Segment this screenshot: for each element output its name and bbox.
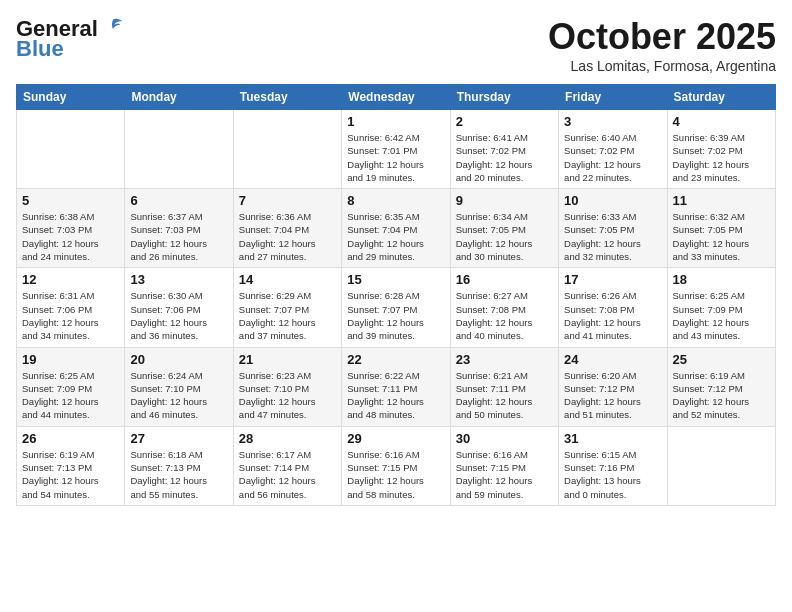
calendar-cell: 6Sunrise: 6:37 AM Sunset: 7:03 PM Daylig…: [125, 189, 233, 268]
calendar-cell: 30Sunrise: 6:16 AM Sunset: 7:15 PM Dayli…: [450, 426, 558, 505]
calendar-cell: 4Sunrise: 6:39 AM Sunset: 7:02 PM Daylig…: [667, 110, 775, 189]
calendar-table: SundayMondayTuesdayWednesdayThursdayFrid…: [16, 84, 776, 506]
calendar-cell: 29Sunrise: 6:16 AM Sunset: 7:15 PM Dayli…: [342, 426, 450, 505]
day-info: Sunrise: 6:39 AM Sunset: 7:02 PM Dayligh…: [673, 131, 770, 184]
day-info: Sunrise: 6:21 AM Sunset: 7:11 PM Dayligh…: [456, 369, 553, 422]
day-number: 23: [456, 352, 553, 367]
day-number: 5: [22, 193, 119, 208]
day-number: 1: [347, 114, 444, 129]
weekday-header-saturday: Saturday: [667, 85, 775, 110]
calendar-cell: 25Sunrise: 6:19 AM Sunset: 7:12 PM Dayli…: [667, 347, 775, 426]
weekday-header-thursday: Thursday: [450, 85, 558, 110]
day-number: 18: [673, 272, 770, 287]
calendar-cell: [667, 426, 775, 505]
day-number: 11: [673, 193, 770, 208]
day-info: Sunrise: 6:25 AM Sunset: 7:09 PM Dayligh…: [673, 289, 770, 342]
day-info: Sunrise: 6:42 AM Sunset: 7:01 PM Dayligh…: [347, 131, 444, 184]
calendar-cell: 23Sunrise: 6:21 AM Sunset: 7:11 PM Dayli…: [450, 347, 558, 426]
day-info: Sunrise: 6:41 AM Sunset: 7:02 PM Dayligh…: [456, 131, 553, 184]
page-header: General Blue October 2025 Las Lomitas, F…: [16, 16, 776, 74]
calendar-week-5: 26Sunrise: 6:19 AM Sunset: 7:13 PM Dayli…: [17, 426, 776, 505]
weekday-header-sunday: Sunday: [17, 85, 125, 110]
calendar-cell: 24Sunrise: 6:20 AM Sunset: 7:12 PM Dayli…: [559, 347, 667, 426]
day-info: Sunrise: 6:37 AM Sunset: 7:03 PM Dayligh…: [130, 210, 227, 263]
calendar-week-2: 5Sunrise: 6:38 AM Sunset: 7:03 PM Daylig…: [17, 189, 776, 268]
day-info: Sunrise: 6:17 AM Sunset: 7:14 PM Dayligh…: [239, 448, 336, 501]
calendar-cell: 3Sunrise: 6:40 AM Sunset: 7:02 PM Daylig…: [559, 110, 667, 189]
day-number: 15: [347, 272, 444, 287]
weekday-header-tuesday: Tuesday: [233, 85, 341, 110]
calendar-cell: 8Sunrise: 6:35 AM Sunset: 7:04 PM Daylig…: [342, 189, 450, 268]
logo-bird-icon: [102, 16, 124, 38]
logo: General Blue: [16, 16, 124, 60]
day-number: 27: [130, 431, 227, 446]
day-info: Sunrise: 6:30 AM Sunset: 7:06 PM Dayligh…: [130, 289, 227, 342]
day-number: 31: [564, 431, 661, 446]
calendar-cell: 28Sunrise: 6:17 AM Sunset: 7:14 PM Dayli…: [233, 426, 341, 505]
day-info: Sunrise: 6:35 AM Sunset: 7:04 PM Dayligh…: [347, 210, 444, 263]
day-number: 13: [130, 272, 227, 287]
calendar-cell: [233, 110, 341, 189]
calendar-cell: 20Sunrise: 6:24 AM Sunset: 7:10 PM Dayli…: [125, 347, 233, 426]
calendar-week-3: 12Sunrise: 6:31 AM Sunset: 7:06 PM Dayli…: [17, 268, 776, 347]
weekday-header-friday: Friday: [559, 85, 667, 110]
calendar-cell: 12Sunrise: 6:31 AM Sunset: 7:06 PM Dayli…: [17, 268, 125, 347]
calendar-cell: 5Sunrise: 6:38 AM Sunset: 7:03 PM Daylig…: [17, 189, 125, 268]
weekday-header-wednesday: Wednesday: [342, 85, 450, 110]
calendar-cell: 11Sunrise: 6:32 AM Sunset: 7:05 PM Dayli…: [667, 189, 775, 268]
day-info: Sunrise: 6:40 AM Sunset: 7:02 PM Dayligh…: [564, 131, 661, 184]
day-number: 24: [564, 352, 661, 367]
day-number: 17: [564, 272, 661, 287]
calendar-cell: 14Sunrise: 6:29 AM Sunset: 7:07 PM Dayli…: [233, 268, 341, 347]
day-info: Sunrise: 6:18 AM Sunset: 7:13 PM Dayligh…: [130, 448, 227, 501]
day-number: 10: [564, 193, 661, 208]
day-info: Sunrise: 6:16 AM Sunset: 7:15 PM Dayligh…: [347, 448, 444, 501]
calendar-cell: [17, 110, 125, 189]
day-info: Sunrise: 6:32 AM Sunset: 7:05 PM Dayligh…: [673, 210, 770, 263]
day-info: Sunrise: 6:28 AM Sunset: 7:07 PM Dayligh…: [347, 289, 444, 342]
day-number: 19: [22, 352, 119, 367]
day-number: 3: [564, 114, 661, 129]
calendar-cell: 31Sunrise: 6:15 AM Sunset: 7:16 PM Dayli…: [559, 426, 667, 505]
calendar-cell: 7Sunrise: 6:36 AM Sunset: 7:04 PM Daylig…: [233, 189, 341, 268]
calendar-cell: 2Sunrise: 6:41 AM Sunset: 7:02 PM Daylig…: [450, 110, 558, 189]
day-number: 12: [22, 272, 119, 287]
calendar-cell: 1Sunrise: 6:42 AM Sunset: 7:01 PM Daylig…: [342, 110, 450, 189]
location: Las Lomitas, Formosa, Argentina: [548, 58, 776, 74]
calendar-cell: 15Sunrise: 6:28 AM Sunset: 7:07 PM Dayli…: [342, 268, 450, 347]
day-info: Sunrise: 6:26 AM Sunset: 7:08 PM Dayligh…: [564, 289, 661, 342]
day-info: Sunrise: 6:27 AM Sunset: 7:08 PM Dayligh…: [456, 289, 553, 342]
day-number: 9: [456, 193, 553, 208]
day-info: Sunrise: 6:20 AM Sunset: 7:12 PM Dayligh…: [564, 369, 661, 422]
day-number: 2: [456, 114, 553, 129]
day-info: Sunrise: 6:36 AM Sunset: 7:04 PM Dayligh…: [239, 210, 336, 263]
day-number: 4: [673, 114, 770, 129]
day-number: 26: [22, 431, 119, 446]
day-info: Sunrise: 6:15 AM Sunset: 7:16 PM Dayligh…: [564, 448, 661, 501]
day-number: 28: [239, 431, 336, 446]
day-number: 6: [130, 193, 227, 208]
day-info: Sunrise: 6:16 AM Sunset: 7:15 PM Dayligh…: [456, 448, 553, 501]
calendar-week-4: 19Sunrise: 6:25 AM Sunset: 7:09 PM Dayli…: [17, 347, 776, 426]
day-number: 7: [239, 193, 336, 208]
day-number: 14: [239, 272, 336, 287]
day-info: Sunrise: 6:29 AM Sunset: 7:07 PM Dayligh…: [239, 289, 336, 342]
day-info: Sunrise: 6:25 AM Sunset: 7:09 PM Dayligh…: [22, 369, 119, 422]
day-number: 8: [347, 193, 444, 208]
day-number: 21: [239, 352, 336, 367]
calendar-cell: 22Sunrise: 6:22 AM Sunset: 7:11 PM Dayli…: [342, 347, 450, 426]
calendar-cell: 10Sunrise: 6:33 AM Sunset: 7:05 PM Dayli…: [559, 189, 667, 268]
day-number: 25: [673, 352, 770, 367]
calendar-cell: 26Sunrise: 6:19 AM Sunset: 7:13 PM Dayli…: [17, 426, 125, 505]
day-number: 30: [456, 431, 553, 446]
logo-blue: Blue: [16, 38, 64, 60]
calendar-cell: 27Sunrise: 6:18 AM Sunset: 7:13 PM Dayli…: [125, 426, 233, 505]
day-info: Sunrise: 6:33 AM Sunset: 7:05 PM Dayligh…: [564, 210, 661, 263]
calendar-cell: [125, 110, 233, 189]
calendar-cell: 19Sunrise: 6:25 AM Sunset: 7:09 PM Dayli…: [17, 347, 125, 426]
day-number: 22: [347, 352, 444, 367]
day-info: Sunrise: 6:31 AM Sunset: 7:06 PM Dayligh…: [22, 289, 119, 342]
calendar-cell: 18Sunrise: 6:25 AM Sunset: 7:09 PM Dayli…: [667, 268, 775, 347]
day-info: Sunrise: 6:19 AM Sunset: 7:13 PM Dayligh…: [22, 448, 119, 501]
day-number: 29: [347, 431, 444, 446]
